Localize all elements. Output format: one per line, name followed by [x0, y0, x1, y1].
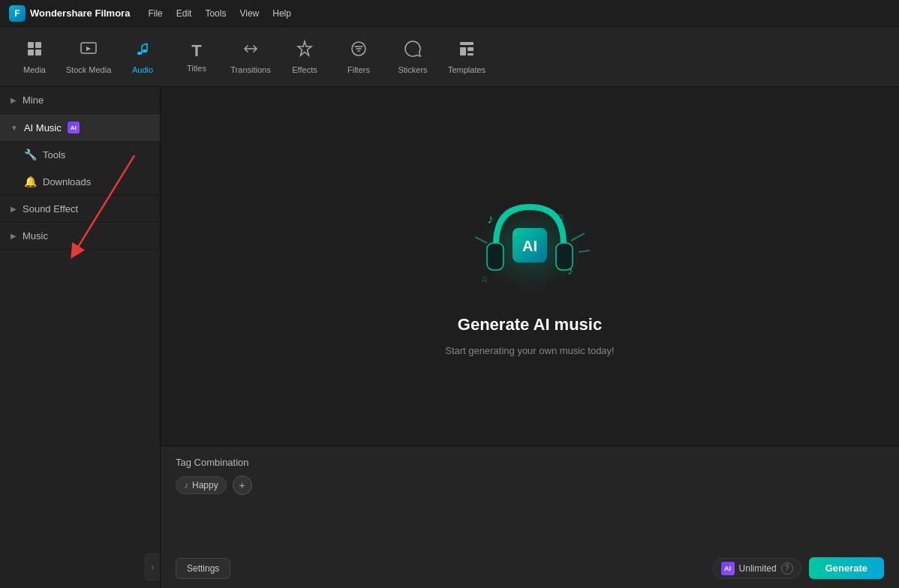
svg-text:♪: ♪	[567, 264, 573, 277]
sidebar-music-label: Music	[23, 230, 48, 242]
tools-icon: 🔧	[24, 148, 37, 160]
chevron-right-icon-music: ▶	[11, 232, 17, 240]
menu-edit[interactable]: Edit	[176, 8, 192, 19]
toolbar-templates[interactable]: Templates	[440, 30, 494, 84]
transitions-label: Transitions	[230, 65, 270, 74]
toolbar-transitions[interactable]: Transitions	[224, 30, 278, 84]
ai-music-title: Generate AI music	[458, 315, 602, 334]
unlimited-label: Unlimited	[739, 563, 777, 574]
menu-bar: File Edit Tools View Help	[148, 8, 291, 19]
stickers-icon	[404, 40, 422, 62]
chevron-right-icon: ▶	[11, 96, 17, 104]
help-icon[interactable]: ?	[781, 562, 793, 574]
unlimited-ai-icon: AI	[721, 562, 735, 575]
ai-headphone-illustration: AI ♪ ♫ ♪ ♫	[466, 177, 594, 304]
sidebar-item-downloads[interactable]: 🔔 Downloads	[0, 168, 160, 195]
media-icon	[26, 40, 44, 62]
right-bar: AI Unlimited ? Generate	[713, 557, 884, 579]
toolbar-media[interactable]: Media	[8, 30, 62, 84]
tag-chip-happy[interactable]: ♪ Happy	[176, 476, 227, 494]
menu-view[interactable]: View	[239, 8, 259, 19]
effects-label: Effects	[292, 65, 317, 74]
templates-icon	[458, 40, 476, 62]
bottom-bar: Settings AI Unlimited ? Generate	[176, 557, 884, 579]
add-icon: +	[239, 479, 245, 491]
generate-button[interactable]: Generate	[809, 557, 884, 579]
sidebar-downloads-label: Downloads	[43, 176, 91, 188]
tag-happy-label: Happy	[192, 480, 218, 490]
main-toolbar: Media Stock Media Audio T Titles	[0, 27, 899, 87]
logo-icon: F	[9, 5, 26, 22]
menu-help[interactable]: Help	[272, 8, 291, 19]
svg-rect-13	[460, 42, 474, 45]
sidebar-section-ai-music: ▼ AI Music AI 🔧 Tools 🔔 Downloads	[0, 114, 160, 196]
svg-rect-3	[35, 50, 41, 56]
tag-combination-label: Tag Combination	[176, 457, 884, 468]
app-logo: F Wondershare Filmora	[9, 5, 130, 22]
svg-rect-15	[468, 47, 474, 51]
svg-text:♫: ♫	[481, 274, 488, 284]
templates-label: Templates	[448, 65, 486, 74]
chevron-down-icon: ▼	[11, 124, 18, 132]
chevron-right-icon-se: ▶	[11, 205, 17, 213]
ai-music-subtitle: Start generating your own music today!	[445, 345, 614, 356]
sidebar: ▶ Mine ▼ AI Music AI 🔧 Tools 🔔 Downloads	[0, 87, 161, 588]
filters-label: Filters	[347, 65, 370, 74]
menu-file[interactable]: File	[148, 8, 162, 19]
sidebar-mine-label: Mine	[23, 94, 44, 106]
toolbar-titles[interactable]: T Titles	[170, 30, 224, 84]
ai-music-section: AI ♪ ♫ ♪ ♫ Generate AI music Start gener…	[161, 87, 899, 446]
app-name: Wondershare Filmora	[30, 8, 130, 19]
titles-label: Titles	[187, 64, 206, 73]
downloads-icon: 🔔	[24, 176, 37, 188]
toolbar-audio[interactable]: Audio	[116, 30, 170, 84]
sidebar-section-music: ▶ Music	[0, 223, 160, 250]
sidebar-collapse-button[interactable]: ‹	[145, 554, 160, 580]
media-label: Media	[23, 65, 46, 74]
toolbar-stock-media[interactable]: Stock Media	[62, 30, 116, 84]
svg-point-9	[143, 50, 147, 52]
sidebar-item-sound-effect[interactable]: ▶ Sound Effect	[0, 196, 160, 222]
transitions-icon	[242, 40, 260, 62]
add-tag-button[interactable]: +	[233, 476, 252, 495]
stock-media-icon	[80, 40, 98, 62]
effects-icon	[296, 40, 314, 62]
toolbar-effects[interactable]: Effects	[278, 30, 332, 84]
sidebar-tools-label: Tools	[43, 149, 65, 160]
unlimited-badge: AI Unlimited ?	[713, 558, 801, 579]
filters-icon	[350, 40, 368, 62]
ai-music-graphic: AI ♪ ♫ ♪ ♫	[466, 177, 594, 304]
menu-tools[interactable]: Tools	[205, 8, 226, 19]
main-area: ▶ Mine ▼ AI Music AI 🔧 Tools 🔔 Downloads	[0, 87, 899, 588]
toolbar-stickers[interactable]: Stickers	[386, 30, 440, 84]
stickers-label: Stickers	[398, 65, 427, 74]
content-area: AI ♪ ♫ ♪ ♫ Generate AI music Start gener…	[161, 87, 899, 588]
svg-text:♪: ♪	[487, 212, 494, 226]
svg-rect-1	[35, 42, 41, 48]
sidebar-item-mine[interactable]: ▶ Mine	[0, 87, 160, 113]
sidebar-item-ai-music[interactable]: ▼ AI Music AI	[0, 114, 160, 141]
svg-text:♫: ♫	[556, 211, 564, 223]
svg-line-8	[142, 44, 147, 46]
sidebar-item-tools[interactable]: 🔧 Tools	[0, 141, 160, 168]
settings-button[interactable]: Settings	[176, 558, 230, 579]
tag-music-icon: ♪	[184, 480, 188, 490]
svg-rect-0	[28, 42, 34, 48]
sidebar-section-mine: ▶ Mine	[0, 87, 160, 114]
svg-rect-14	[460, 47, 466, 56]
bottom-panel: Tag Combination ♪ Happy + Settings AI Un…	[161, 446, 899, 588]
sidebar-item-music[interactable]: ▶ Music	[0, 223, 160, 249]
svg-marker-5	[86, 46, 91, 51]
toolbar-filters[interactable]: Filters	[332, 30, 386, 84]
svg-rect-16	[468, 53, 474, 56]
svg-marker-11	[298, 41, 311, 56]
audio-icon	[134, 40, 152, 62]
sidebar-ai-music-label: AI Music	[24, 122, 62, 134]
collapse-icon: ‹	[152, 563, 154, 572]
titles-icon: T	[191, 41, 201, 61]
ai-badge: AI	[68, 122, 80, 134]
tag-row: ♪ Happy +	[176, 476, 884, 495]
sidebar-sound-effect-label: Sound Effect	[23, 203, 78, 214]
svg-point-6	[137, 52, 142, 55]
svg-rect-2	[28, 50, 34, 56]
